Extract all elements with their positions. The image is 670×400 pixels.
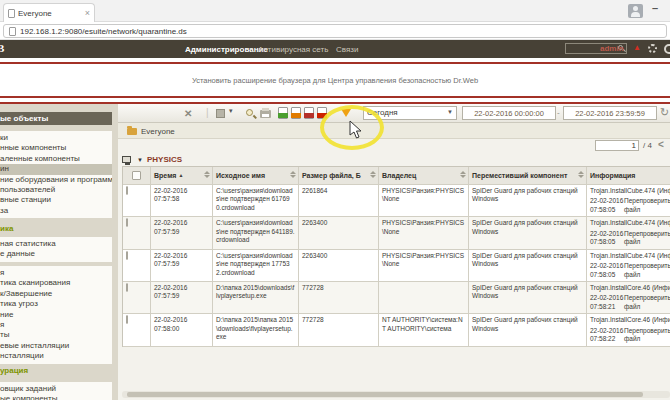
sidebar-item-8[interactable]: за [0, 206, 112, 216]
page-number-input[interactable] [595, 140, 639, 151]
sidebar-item-charts[interactable]: ки [0, 133, 112, 143]
browser-profile-icon[interactable] [628, 4, 643, 18]
station-name[interactable]: PHYSICS [147, 155, 182, 164]
sidebar-item-summary-data[interactable]: е данные [0, 249, 112, 259]
group-collapse-caret-icon[interactable]: ▼ [137, 157, 143, 163]
sidebar-item-network-installations[interactable]: евые инсталляции [0, 341, 112, 351]
col-owner[interactable]: Владелец [379, 167, 469, 184]
horizontal-scrollbar-thumb[interactable] [127, 392, 643, 397]
menu-links[interactable]: Связи [336, 45, 358, 54]
tab-close-icon[interactable]: × [85, 8, 90, 18]
toolbar-separator: | [206, 107, 209, 118]
sidebar-item-installed-components[interactable]: нные компоненты [0, 143, 112, 153]
sort-arrows-icon[interactable] [460, 170, 466, 179]
alert-triangle-icon[interactable]: ▲ [633, 43, 641, 52]
sidebar-item-installing-components[interactable]: ые компоненты [0, 394, 112, 400]
logout-icon[interactable] [664, 44, 670, 54]
table-row: 22-02-2016 07:57:59 D:\папка 2015\downlo… [123, 282, 670, 314]
sidebar-item-user-sessions[interactable]: пользователей [0, 185, 112, 195]
select-all-checkbox[interactable] [132, 171, 141, 180]
pagination-row [118, 139, 670, 153]
settings-gear-icon[interactable] [648, 44, 657, 53]
refresh-icon[interactable]: ↻ [660, 106, 669, 119]
recheck-file-link[interactable]: Перепроверить файл [624, 294, 670, 311]
cell-size: 2263400 [299, 250, 379, 281]
cell-path: C:\users\ранзия\downloads\не подтвержден… [213, 185, 299, 216]
recheck-file-link[interactable]: Перепроверить файл [624, 230, 670, 247]
sidebar-item-summary-statistics[interactable]: ная статистика [0, 239, 112, 249]
recheck-file-link[interactable]: Перепроверить файл [624, 327, 670, 344]
banner-text: Установить расширение браузера для Центр… [192, 76, 478, 85]
sidebar-panel-statistics2: я тика сканирования к/Завершение тика уг… [0, 266, 112, 364]
row-checkbox[interactable] [126, 218, 128, 227]
sidebar-item-scan-statistics[interactable]: тика сканирования [0, 278, 112, 288]
sort-arrows-icon[interactable] [578, 170, 584, 179]
threat-name: Trojan.InstallCore.46 [590, 316, 650, 323]
sidebar-section-objects: ые объекты [0, 112, 112, 125]
col-component[interactable]: Переместивший компонент [469, 167, 587, 184]
cell-path: C:\users\ранзия\downloads\не подтвержден… [213, 250, 299, 281]
date-range-separator: - [557, 108, 560, 117]
sidebar-item-quarantine[interactable]: ин [0, 164, 112, 174]
window-minimize-button[interactable]: – [652, 2, 658, 14]
row-checkbox[interactable] [126, 251, 128, 260]
extension-banner[interactable]: Установить расширение браузера для Центр… [0, 64, 670, 96]
url-field[interactable]: 192.168.1.2:9080/esuite/network/quaranti… [3, 24, 667, 38]
recheck-file-link[interactable]: Перепроверить файл [624, 262, 670, 279]
sidebar-item-threat-statistics[interactable]: тика угроз [0, 299, 112, 309]
export-csv-icon[interactable] [278, 107, 288, 119]
sidebar-item-start-stop[interactable]: к/Завершение [0, 289, 112, 299]
menu-administration[interactable]: Администрирование [185, 45, 268, 54]
table-row: 22-02-2016 07:57:59 C:\users\ранзия\down… [123, 217, 670, 249]
sidebar-item-active-stations[interactable]: вные станции [0, 195, 112, 205]
row-checkbox[interactable] [126, 283, 128, 292]
components-cube-icon[interactable] [216, 109, 225, 118]
row-checkbox[interactable] [126, 315, 128, 324]
breadcrumb[interactable]: Everyone [141, 127, 175, 136]
sort-arrows-icon[interactable] [290, 170, 296, 179]
col-source-name[interactable]: Исходное имя [213, 167, 299, 184]
printer-icon[interactable] [260, 110, 271, 118]
sort-arrows-icon[interactable] [204, 170, 210, 179]
cube-dropdown-caret-icon[interactable]: ▾ [229, 107, 233, 115]
sidebar-item-installations[interactable]: нсталляции [0, 351, 112, 361]
row-checkbox[interactable] [126, 186, 128, 195]
browser-tab[interactable]: Everyone × [3, 3, 95, 22]
magnifier-icon[interactable] [246, 109, 253, 116]
sort-arrows-icon[interactable] [370, 170, 376, 179]
cell-size: 2263400 [299, 217, 379, 248]
date-from-input[interactable] [462, 106, 556, 120]
prev-page-button[interactable]: < [658, 139, 664, 150]
sidebar-item-16[interactable]: ние [0, 310, 112, 320]
cell-owner: NT AUTHORITY\система:NT AUTHORITY\систем… [379, 314, 469, 345]
cell-owner: PHYSICS\Ранзия:PHYSICS\None [379, 185, 469, 216]
cell-time: 22-02-2016 07:57:59 [151, 250, 213, 281]
date-to-input[interactable] [563, 106, 657, 120]
cell-component: SpIDer Guard для рабочих станций Windows [469, 250, 587, 281]
col-info[interactable]: Информация [587, 167, 670, 184]
delete-from-quarantine-icon[interactable]: ✕ [184, 108, 192, 119]
menu-antivirus-network[interactable]: Антивирусная сеть [258, 45, 328, 54]
export-html-icon[interactable] [291, 107, 301, 119]
sidebar-item-12[interactable]: я [0, 268, 112, 278]
recheck-file-link[interactable]: Перепроверить файл [624, 197, 670, 214]
cell-component: SpIDer Guard для рабочих станций Windows [469, 185, 587, 216]
sidebar-item-removed-components[interactable]: аленные компоненты [0, 154, 112, 164]
sidebar-item-18[interactable]: ты [0, 330, 112, 340]
sidebar-item-hardware-software[interactable]: ние оборудования и программ [0, 175, 112, 185]
col-size[interactable]: Размер файла, Б [299, 167, 379, 184]
page-total: / 4 [643, 141, 652, 150]
export-xml-icon[interactable] [304, 107, 314, 119]
threat-status: (Инфицирован) [657, 219, 670, 226]
quarantine-table: Время▲ Исходное имя Размер файла, Б Влад… [122, 166, 670, 347]
select-caret-icon[interactable]: ▼ [447, 109, 453, 115]
col-time[interactable]: Время▲ [151, 167, 213, 184]
sidebar-item-task-scheduler[interactable]: овщик заданий [0, 384, 112, 394]
cell-info: Trojan.InstallCube.474 (Инфицирован) 22-… [587, 217, 670, 248]
threat-status: (Инфицирован) [657, 187, 670, 194]
sidebar-item-17[interactable]: я [0, 320, 112, 330]
station-group-row[interactable]: ▼ PHYSICS [122, 153, 670, 166]
table-row: 22-02-2016 07:57:58 C:\users\ранзия\down… [123, 185, 670, 217]
sidebar-panel-statistics: ная статистика е данные [0, 237, 112, 262]
logged-in-user[interactable]: admin [600, 44, 624, 53]
